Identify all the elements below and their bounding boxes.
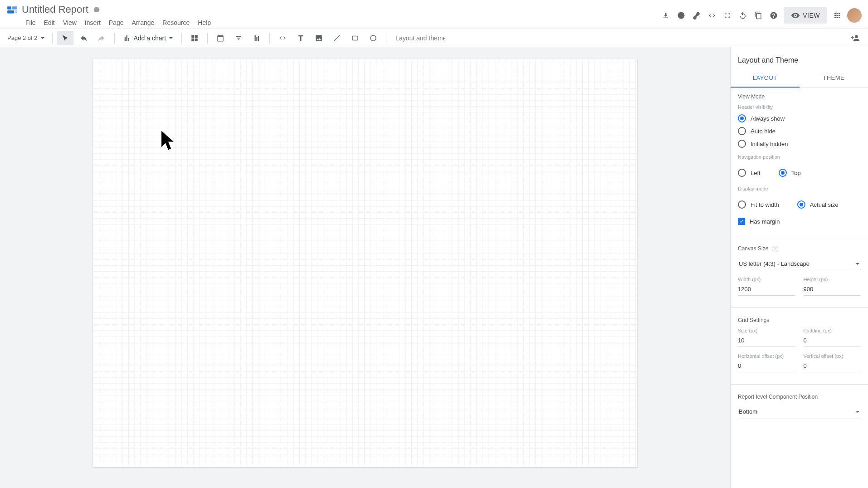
tab-theme[interactable]: THEME bbox=[800, 69, 868, 88]
svg-rect-1 bbox=[12, 6, 17, 9]
circle-button[interactable] bbox=[365, 31, 381, 45]
height-input[interactable] bbox=[804, 283, 861, 296]
select-value: US letter (4:3) - Landscape bbox=[739, 260, 809, 267]
add-chart-button[interactable]: Add a chart bbox=[119, 34, 177, 42]
padding-label: Padding (px) bbox=[804, 328, 861, 333]
undo-button[interactable] bbox=[75, 31, 92, 45]
section-grid-settings: Grid Settings Size (px) Padding (px) Hor… bbox=[731, 312, 868, 375]
line-button[interactable] bbox=[329, 31, 345, 45]
separator bbox=[269, 33, 270, 44]
voff-input[interactable] bbox=[804, 360, 861, 372]
image-button[interactable] bbox=[311, 31, 327, 45]
radio-icon bbox=[738, 114, 746, 122]
text-button[interactable] bbox=[293, 31, 309, 45]
field-width: Width (px) bbox=[738, 277, 795, 296]
checkbox-icon: ✓ bbox=[738, 218, 745, 225]
data-control-button[interactable] bbox=[249, 31, 265, 45]
copy-icon[interactable] bbox=[753, 10, 764, 21]
header-visibility-title: Header visibility bbox=[738, 104, 861, 110]
help-icon[interactable]: ? bbox=[772, 246, 778, 252]
report-canvas[interactable] bbox=[93, 59, 637, 467]
embed-icon[interactable] bbox=[707, 10, 717, 21]
panel-title: Layout and Theme bbox=[731, 47, 868, 69]
side-panel: Layout and Theme LAYOUT THEME View Mode … bbox=[730, 47, 868, 488]
menu-view[interactable]: View bbox=[59, 17, 80, 28]
radio-label: Top bbox=[791, 170, 801, 176]
workspace bbox=[0, 47, 730, 488]
add-chart-label: Add a chart bbox=[134, 34, 166, 42]
menu-insert[interactable]: Insert bbox=[81, 17, 104, 28]
hoff-input[interactable] bbox=[738, 360, 795, 372]
separator bbox=[114, 33, 115, 44]
radio-label: Initially hidden bbox=[751, 141, 788, 147]
radio-nav-top[interactable]: Top bbox=[779, 169, 801, 177]
svg-rect-4 bbox=[352, 36, 358, 40]
select-tool[interactable] bbox=[57, 31, 73, 45]
avatar[interactable] bbox=[847, 8, 862, 23]
canvas-preset-select[interactable]: US letter (4:3) - Landscape bbox=[738, 257, 861, 271]
voff-label: Vertical offset (px) bbox=[804, 353, 861, 359]
report-pos-select[interactable]: Bottom bbox=[738, 405, 861, 419]
field-height: Height (px) bbox=[804, 277, 861, 296]
view-mode-title: View Mode bbox=[738, 93, 861, 100]
help-icon[interactable] bbox=[768, 10, 779, 21]
radio-icon bbox=[738, 169, 746, 177]
rectangle-button[interactable] bbox=[347, 31, 363, 45]
padding-input[interactable] bbox=[804, 334, 861, 347]
tab-layout[interactable]: LAYOUT bbox=[731, 69, 800, 88]
view-button[interactable]: VIEW bbox=[784, 7, 827, 24]
radio-always-show[interactable]: Always show bbox=[738, 114, 861, 122]
radio-label: Auto hide bbox=[751, 128, 775, 135]
radio-initially-hidden[interactable]: Initially hidden bbox=[738, 140, 861, 148]
redo-button[interactable] bbox=[93, 31, 110, 45]
refresh-icon[interactable] bbox=[737, 10, 748, 21]
chevron-down-icon bbox=[855, 410, 860, 414]
community-viz-button[interactable] bbox=[186, 31, 203, 45]
section-report-position: Report-level Component Position Bottom bbox=[731, 388, 868, 427]
radio-fit-width[interactable]: Fit to width bbox=[738, 200, 779, 209]
radio-icon bbox=[738, 200, 746, 209]
radio-auto-hide[interactable]: Auto hide bbox=[738, 127, 861, 135]
menu-arrange[interactable]: Arrange bbox=[128, 17, 158, 28]
checkbox-has-margin[interactable]: ✓Has margin bbox=[738, 218, 861, 225]
layout-theme-input[interactable] bbox=[391, 34, 445, 42]
radio-icon bbox=[779, 169, 787, 177]
radio-label: Actual size bbox=[810, 201, 839, 208]
separator bbox=[207, 33, 208, 44]
history-icon[interactable] bbox=[676, 10, 687, 21]
page-selector[interactable]: Page 2 of 2 bbox=[5, 34, 48, 41]
radio-icon bbox=[738, 127, 746, 135]
menu-resource[interactable]: Resource bbox=[159, 17, 193, 28]
menu-edit[interactable]: Edit bbox=[40, 17, 59, 28]
menu-file[interactable]: File bbox=[22, 17, 39, 28]
display-mode-group: Fit to width Actual size bbox=[738, 196, 861, 213]
url-embed-button[interactable] bbox=[274, 31, 291, 45]
grid-size-input[interactable] bbox=[738, 334, 795, 347]
radio-nav-left[interactable]: Left bbox=[738, 169, 761, 177]
checkbox-label: Has margin bbox=[750, 218, 780, 225]
date-range-button[interactable] bbox=[212, 31, 229, 45]
field-grid-size: Size (px) bbox=[738, 328, 795, 347]
add-people-button[interactable] bbox=[847, 31, 863, 45]
download-icon[interactable] bbox=[660, 10, 671, 21]
divider bbox=[731, 236, 868, 236]
divider bbox=[731, 307, 868, 308]
menu-page[interactable]: Page bbox=[105, 17, 127, 28]
field-horizontal-offset: Horizontal offset (px) bbox=[738, 353, 795, 372]
document-title[interactable]: Untitled Report bbox=[22, 4, 88, 15]
grid-size-label: Size (px) bbox=[738, 328, 795, 333]
page-selector-label: Page 2 of 2 bbox=[7, 34, 38, 41]
filter-control-button[interactable] bbox=[230, 31, 247, 45]
section-canvas-size: Canvas Size? US letter (4:3) - Landscape… bbox=[731, 240, 868, 298]
chart-icon bbox=[123, 34, 131, 42]
link-icon[interactable] bbox=[691, 10, 702, 21]
radio-label: Left bbox=[751, 170, 761, 176]
width-input[interactable] bbox=[738, 283, 795, 296]
fullscreen-icon[interactable] bbox=[722, 10, 733, 21]
chevron-down-icon bbox=[169, 36, 173, 40]
menu-help[interactable]: Help bbox=[194, 17, 215, 28]
section-view-mode: View Mode Header visibility Always show … bbox=[731, 88, 868, 232]
nav-position-group: Left Top bbox=[738, 164, 861, 181]
radio-actual-size[interactable]: Actual size bbox=[797, 200, 839, 209]
apps-grid-icon[interactable] bbox=[832, 10, 843, 21]
